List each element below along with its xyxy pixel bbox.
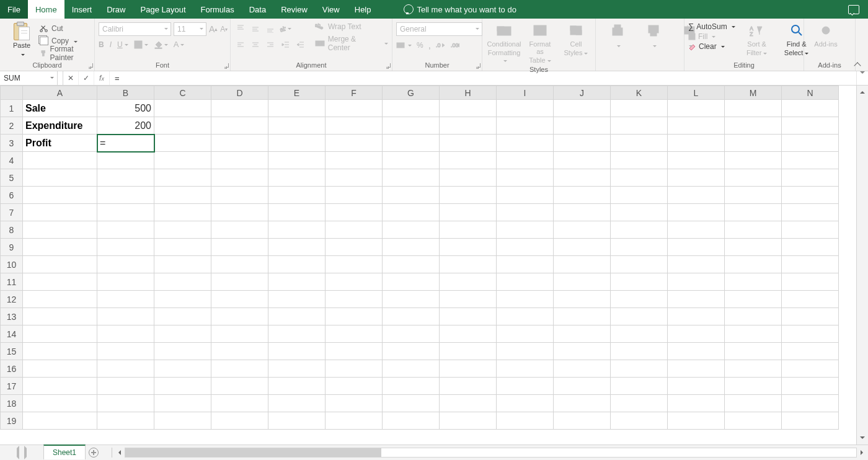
cell[interactable] [154, 395, 211, 412]
cell[interactable] [725, 378, 782, 395]
cell[interactable] [23, 256, 97, 273]
cell[interactable] [782, 204, 839, 221]
cell[interactable] [440, 256, 497, 273]
cell[interactable] [440, 343, 497, 360]
row-header[interactable]: 18 [1, 395, 23, 412]
cell[interactable] [725, 117, 782, 135]
cell[interactable] [497, 378, 554, 395]
cell[interactable] [23, 152, 97, 169]
cell[interactable] [440, 412, 497, 430]
cell[interactable] [23, 343, 97, 360]
name-box[interactable]: SUM [0, 71, 58, 85]
merge-center-button[interactable]: Merge & Center [315, 35, 388, 52]
expand-formula-bar-button[interactable] [856, 71, 868, 85]
column-header[interactable]: B [97, 86, 154, 100]
cell[interactable] [440, 308, 497, 325]
cell[interactable] [154, 204, 211, 221]
column-header[interactable]: K [611, 86, 668, 100]
sort-filter-button[interactable]: AZ Sort & Filter [739, 20, 775, 58]
cell[interactable] [326, 412, 383, 430]
row-header[interactable]: 9 [1, 239, 23, 256]
cell[interactable] [23, 360, 97, 378]
cell[interactable] [440, 135, 497, 152]
cell[interactable] [211, 343, 268, 360]
cell[interactable] [554, 239, 611, 256]
cell[interactable] [782, 378, 839, 395]
cell[interactable] [611, 308, 668, 325]
cell[interactable] [440, 273, 497, 291]
cell[interactable] [383, 325, 440, 343]
cell[interactable] [268, 221, 326, 239]
column-header[interactable]: I [497, 86, 554, 100]
cell[interactable] [554, 221, 611, 239]
cell[interactable] [23, 187, 97, 204]
column-header[interactable]: C [154, 86, 211, 100]
cell[interactable] [383, 152, 440, 169]
cell[interactable] [554, 187, 611, 204]
cell[interactable] [326, 325, 383, 343]
clipboard-launcher-icon[interactable] [86, 63, 92, 69]
cell[interactable] [23, 239, 97, 256]
tab-help[interactable]: Help [347, 0, 379, 19]
vertical-scrollbar[interactable] [856, 86, 868, 445]
cell[interactable] [611, 169, 668, 187]
collapse-ribbon-button[interactable] [853, 60, 862, 69]
cell[interactable] [383, 412, 440, 430]
fill-color-button[interactable] [154, 40, 168, 49]
cell[interactable] [326, 221, 383, 239]
cell[interactable] [554, 412, 611, 430]
format-as-table-button[interactable]: Format as Table [522, 20, 558, 65]
cell[interactable] [97, 395, 154, 412]
cell[interactable] [611, 135, 668, 152]
cell[interactable] [211, 169, 268, 187]
cell[interactable] [23, 395, 97, 412]
cell[interactable]: Profit [23, 135, 97, 152]
column-header[interactable]: D [211, 86, 268, 100]
cell[interactable] [211, 360, 268, 378]
cell[interactable] [668, 221, 725, 239]
delete-cells-button[interactable] [636, 20, 671, 50]
cell[interactable] [23, 412, 97, 430]
cell[interactable] [383, 221, 440, 239]
cell[interactable] [668, 325, 725, 343]
accounting-format-button[interactable]: $ [396, 40, 412, 50]
cell[interactable] [554, 308, 611, 325]
scroll-up-button[interactable] [857, 86, 868, 97]
cell[interactable] [497, 100, 554, 117]
bold-button[interactable]: B [99, 40, 104, 49]
cell[interactable] [668, 412, 725, 430]
cell[interactable] [326, 395, 383, 412]
row-header[interactable]: 19 [1, 412, 23, 430]
cell[interactable] [326, 204, 383, 221]
cell[interactable] [154, 100, 211, 117]
cell[interactable] [497, 117, 554, 135]
horizontal-scrollbar[interactable] [125, 448, 857, 458]
cell[interactable] [154, 412, 211, 430]
cell[interactable] [782, 169, 839, 187]
cell[interactable] [782, 325, 839, 343]
cell[interactable] [154, 169, 211, 187]
scroll-right-button[interactable] [858, 448, 868, 458]
decrease-indent-icon[interactable] [279, 38, 291, 51]
cell[interactable] [725, 256, 782, 273]
cell[interactable]: = [97, 135, 154, 152]
cell[interactable] [611, 360, 668, 378]
cell[interactable] [725, 291, 782, 308]
cell[interactable] [782, 308, 839, 325]
percent-button[interactable]: % [417, 40, 423, 50]
cell[interactable] [440, 221, 497, 239]
cell[interactable] [268, 291, 326, 308]
tab-review[interactable]: Review [273, 0, 315, 19]
cell[interactable] [23, 204, 97, 221]
cell[interactable] [554, 360, 611, 378]
cell[interactable] [97, 273, 154, 291]
cell[interactable] [97, 412, 154, 430]
cell[interactable] [668, 117, 725, 135]
row-header[interactable]: 11 [1, 273, 23, 291]
cell[interactable] [97, 187, 154, 204]
cell[interactable] [440, 378, 497, 395]
column-header[interactable]: E [268, 86, 326, 100]
cell[interactable] [668, 187, 725, 204]
addins-button[interactable]: Add-ins [808, 20, 844, 49]
cell[interactable] [326, 100, 383, 117]
